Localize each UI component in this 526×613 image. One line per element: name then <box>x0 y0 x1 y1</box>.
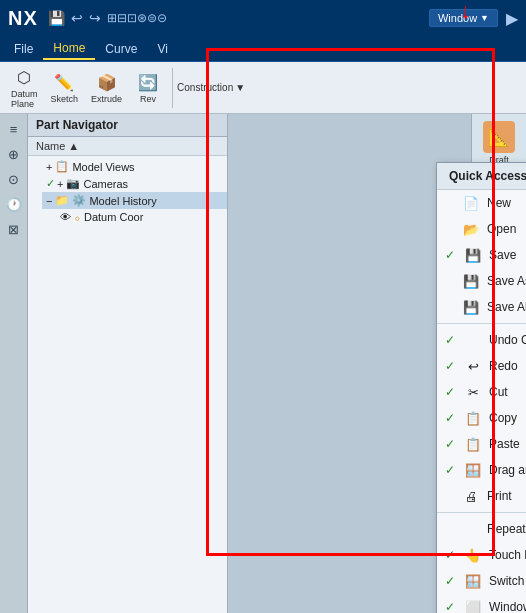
pn-model-history[interactable]: − 📁 ⚙️ Model History <box>42 192 227 209</box>
qa-check-copy: ✓ <box>445 411 461 425</box>
qa-save-as-label: Save As <box>487 274 526 288</box>
sidebar-add-icon[interactable]: ⊕ <box>3 143 25 165</box>
qa-item-cut[interactable]: ✓ ✂ Cut Ctrl+X <box>437 379 526 405</box>
model-history-sub-icon: ⚙️ <box>72 194 86 207</box>
app-name: NX <box>8 7 38 30</box>
save-icon[interactable]: 💾 <box>48 10 65 26</box>
qa-redo-label: Redo <box>489 359 526 373</box>
qa-save-all-icon: 💾 <box>461 298 481 316</box>
datum-eye-icon: 👁 <box>60 211 71 223</box>
content-area: Quick Access Toolbar 📄 New Ctrl+N 📂 Open… <box>228 114 471 613</box>
check-icon: ✓ <box>46 177 55 190</box>
draft-button[interactable]: 📐 Draft <box>480 118 518 168</box>
qa-item-print[interactable]: 🖨 Print <box>437 483 526 509</box>
menu-bar: File Home Curve Vi <box>0 36 526 62</box>
toolbar-extrude[interactable]: 📦 Extrude <box>86 70 127 106</box>
sidebar-clock-icon[interactable]: 🕐 <box>3 193 25 215</box>
qa-item-window[interactable]: ✓ ⬜ Window ▶ <box>437 594 526 613</box>
datum-coor-icon: ⬦ <box>74 211 81 223</box>
toolbar-rev[interactable]: 🔄 Rev <box>130 70 166 106</box>
qa-item-copy[interactable]: ✓ 📋 Copy Ctrl+C <box>437 405 526 431</box>
left-sidebar: ≡ ⊕ ⊙ 🕐 ⊠ <box>0 114 28 613</box>
qa-new-icon: 📄 <box>461 194 481 212</box>
model-history-icon: 📁 <box>55 194 69 207</box>
qa-switch-window-icon: 🪟 <box>463 572 483 590</box>
rev-icon: 🔄 <box>137 72 159 94</box>
menu-vi[interactable]: Vi <box>147 39 177 59</box>
pn-model-views-label: Model Views <box>72 161 134 173</box>
pn-datum-coor-label: Datum Coor <box>84 211 143 223</box>
qa-check-cut: ✓ <box>445 385 461 399</box>
qa-check-redo: ✓ <box>445 359 461 373</box>
datum-plane-label: DatumPlane <box>11 89 38 109</box>
col-header-label: Name <box>36 140 65 152</box>
qa-item-drag-drop[interactable]: ✓ 🪟 Drag and Drop between Windows <box>437 457 526 483</box>
qa-window-icon: ⬜ <box>463 598 483 613</box>
pn-datum-coor[interactable]: 👁 ⬦ Datum Coor <box>56 209 227 225</box>
sidebar-circle-icon[interactable]: ⊙ <box>3 168 25 190</box>
menu-home[interactable]: Home <box>43 38 95 60</box>
qa-open-icon: 📂 <box>461 220 481 238</box>
extrude-label: Extrude <box>91 94 122 104</box>
cameras-icon: 📷 <box>66 177 80 190</box>
qa-check-undo-combo: ✓ <box>445 333 461 347</box>
pn-cameras-label: Cameras <box>83 178 128 190</box>
extrude-icon: 📦 <box>96 72 118 94</box>
qa-item-switch-window[interactable]: ✓ 🪟 Switch Window <box>437 568 526 594</box>
qa-item-paste[interactable]: ✓ 📋 Paste Ctrl+V <box>437 431 526 457</box>
qa-touch-mode-label: Touch Mode <box>489 548 526 562</box>
qa-sep-1 <box>437 323 526 324</box>
qa-item-new[interactable]: 📄 New Ctrl+N <box>437 190 526 216</box>
qa-item-save-as[interactable]: 💾 Save As Ctrl+Shift+A <box>437 268 526 294</box>
toolbar-icons[interactable]: ⊞⊟⊡⊛⊜⊝ <box>107 11 167 25</box>
pn-tree: + 📋 Model Views ✓ + 📷 Cameras − 📁 ⚙️ Mod… <box>28 156 227 613</box>
qa-touch-mode-icon: 👆 <box>463 546 483 564</box>
expand-icon[interactable]: ▶ <box>506 9 518 28</box>
qa-drag-drop-label: Drag and Drop between Windows <box>489 463 526 477</box>
expand-plus-icon2: + <box>57 178 63 190</box>
qa-print-label: Print <box>487 489 526 503</box>
qa-check-drag-drop: ✓ <box>445 463 461 477</box>
qa-item-undo-combo[interactable]: ✓ Undo Combo Drop-down <box>437 327 526 353</box>
qa-paste-label: Paste <box>489 437 526 451</box>
window-dropdown-arrow: ▼ <box>480 13 489 23</box>
toolbar-sketch[interactable]: ✏️ Sketch <box>46 70 84 106</box>
qa-check-paste: ✓ <box>445 437 461 451</box>
sidebar-grid-icon[interactable]: ⊠ <box>3 218 25 240</box>
pn-model-views[interactable]: + 📋 Model Views <box>42 158 227 175</box>
qa-item-repeat-cmd[interactable]: Repeat Command Drop-down ▶ <box>437 516 526 542</box>
construction-dropdown-icon: ▼ <box>235 82 245 93</box>
qa-item-save-all[interactable]: 💾 Save All <box>437 294 526 320</box>
sketch-label: Sketch <box>51 94 79 104</box>
qa-cut-label: Cut <box>489 385 526 399</box>
qa-save-all-label: Save All <box>487 300 526 314</box>
draft-icon: 📐 <box>483 121 515 153</box>
datum-plane-icon: ⬡ <box>13 67 35 89</box>
menu-curve[interactable]: Curve <box>95 39 147 59</box>
qa-save-label: Save <box>489 248 526 262</box>
undo-icon[interactable]: ↩ <box>71 10 83 26</box>
qa-print-icon: 🖨 <box>461 487 481 505</box>
menu-file[interactable]: File <box>4 39 43 59</box>
qa-undo-combo-label: Undo Combo Drop-down <box>489 333 526 347</box>
expand-minus-icon: − <box>46 195 52 207</box>
qa-item-redo[interactable]: ✓ ↩ Redo Ctrl+Y <box>437 353 526 379</box>
qa-item-open[interactable]: 📂 Open Ctrl+O <box>437 216 526 242</box>
part-navigator-col-header[interactable]: Name ▲ <box>28 137 227 156</box>
qa-open-label: Open <box>487 222 526 236</box>
qa-paste-icon: 📋 <box>463 435 483 453</box>
qa-check-touch-mode: ✓ <box>445 548 461 562</box>
pn-cameras[interactable]: ✓ + 📷 Cameras <box>42 175 227 192</box>
qa-item-touch-mode[interactable]: ✓ 👆 Touch Mode <box>437 542 526 568</box>
redo-icon[interactable]: ↪ <box>89 10 101 26</box>
qa-sep-2 <box>437 512 526 513</box>
qa-toolbar-dropdown: Quick Access Toolbar 📄 New Ctrl+N 📂 Open… <box>436 162 526 613</box>
qa-item-save[interactable]: ✓ 💾 Save Ctrl+S <box>437 242 526 268</box>
qa-redo-icon: ↩ <box>463 357 483 375</box>
title-bar: NX 💾 ↩ ↪ ⊞⊟⊡⊛⊜⊝ Window ▼ ▶ <box>0 0 526 36</box>
qa-copy-icon: 📋 <box>463 409 483 427</box>
sidebar-menu-icon[interactable]: ≡ <box>3 118 25 140</box>
toolbar-datum-plane[interactable]: ⬡ DatumPlane <box>6 65 43 111</box>
qa-drag-drop-icon: 🪟 <box>463 461 483 479</box>
construction-label[interactable]: Construction ▼ <box>177 82 245 93</box>
